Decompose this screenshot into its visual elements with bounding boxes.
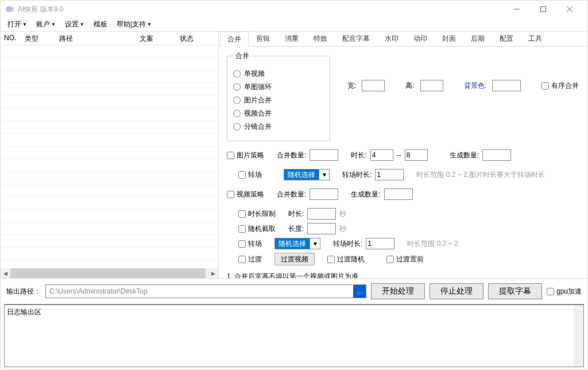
vid-transition-check[interactable]: 转场: [238, 239, 262, 249]
table-header: NO. 类型 路径 文案 状态: [1, 32, 218, 45]
tab-motion[interactable]: 动印: [406, 31, 435, 46]
chevron-down-icon: ▼: [80, 22, 84, 27]
scroll-right-icon[interactable]: ▶: [208, 268, 218, 278]
vid-trans-hint: 时长范围 0.2 ~ 2: [407, 239, 458, 249]
tab-cut[interactable]: 剪辑: [249, 31, 277, 46]
radio-single-video[interactable]: 单视频: [233, 69, 324, 79]
scroll-left-icon[interactable]: ◀: [1, 268, 10, 278]
output-path-input[interactable]: [46, 285, 353, 298]
dur-limit-input[interactable]: [307, 208, 336, 219]
col-status[interactable]: 状态: [176, 32, 211, 45]
trans-dur-label: 转场时长:: [342, 170, 372, 180]
img-transition-combo[interactable]: 随机选择 ▾: [284, 169, 330, 180]
tab-effect[interactable]: 特效: [306, 31, 335, 46]
svg-point-1: [8, 6, 14, 12]
img-trans-hint: 时长范围 0.2 ~ 2,图片时长要大于转场时长: [416, 170, 545, 180]
fade-front-check[interactable]: 过渡置前: [386, 255, 424, 264]
menu-template[interactable]: 模板: [89, 18, 112, 30]
img-dur-a-input[interactable]: [370, 149, 393, 161]
img-dur-b-input[interactable]: [405, 149, 428, 161]
duration-label: 时长:: [351, 151, 366, 160]
menu-open[interactable]: 打开▼: [3, 18, 32, 30]
col-copy[interactable]: 文案: [136, 32, 176, 45]
close-button[interactable]: [556, 1, 583, 18]
radio-single-img-loop[interactable]: 单图循环: [233, 82, 324, 92]
vid-transition-combo[interactable]: 随机选择 ▾: [274, 238, 320, 249]
right-pane: 合并 剪辑 消重 特效 配音字幕 水印 动印 封面 后期 配置 工具 合并 单视…: [219, 32, 587, 278]
file-table: NO. 类型 路径 文案 状态: [1, 32, 218, 268]
merge-group-legend: 合并: [233, 51, 252, 61]
start-button[interactable]: 开始处理: [371, 283, 425, 299]
merge-notes: 1. 合并后宽高不填以第一个视频或图片为准 2. 分镜合并最大合成数量计算方法:…: [227, 271, 579, 278]
width-label: 宽:: [347, 81, 356, 91]
img-merge-count-input[interactable]: [310, 149, 338, 161]
chevron-down-icon[interactable]: ▾: [319, 169, 329, 180]
tab-dedup[interactable]: 消重: [277, 31, 306, 46]
tab-tool[interactable]: 工具: [521, 31, 550, 46]
tab-bar: 合并 剪辑 消重 特效 配音字幕 水印 动印 封面 后期 配置 工具: [219, 32, 587, 47]
fade-check[interactable]: 过渡: [238, 255, 262, 264]
height-label: 高:: [405, 81, 414, 91]
rand-cut-len-input[interactable]: [307, 223, 336, 234]
minimize-button[interactable]: [504, 1, 530, 18]
merge-panel: 合并 单视频 单图循环 图片合并 视频合并 分镜合并 宽: 高: 背景色:: [219, 47, 587, 278]
menu-bar: 打开▼ 账户▼ 设置▼ 模板 帮助|支持▼: [1, 18, 587, 32]
left-pane: NO. 类型 路径 文案 状态 ◀ ▶: [1, 32, 219, 278]
chevron-down-icon: ▼: [51, 22, 56, 27]
tab-dub[interactable]: 配音字幕: [335, 31, 377, 46]
col-path[interactable]: 路径: [56, 32, 136, 45]
extract-sub-button[interactable]: 提取字幕: [488, 283, 542, 299]
chevron-down-icon: ▼: [22, 22, 27, 27]
scroll-thumb[interactable]: [10, 268, 206, 278]
window-title: AI快剪 版本9.0: [18, 5, 504, 14]
merge-type-group: 合并 单视频 单图循环 图片合并 视频合并 分镜合并: [227, 51, 330, 141]
radio-video-merge[interactable]: 视频合并: [233, 109, 324, 118]
gen-count-label: 生成数量:: [450, 151, 479, 160]
radio-img-merge[interactable]: 图片合并: [233, 95, 324, 105]
vid-gen-count-input[interactable]: [384, 188, 413, 200]
h-scrollbar[interactable]: ◀ ▶: [1, 268, 218, 278]
fade-random-check[interactable]: 过渡随机: [327, 255, 365, 264]
col-no[interactable]: NO.: [1, 32, 21, 45]
menu-help[interactable]: 帮助|支持▼: [112, 18, 156, 30]
tab-post[interactable]: 后期: [463, 31, 492, 46]
tab-merge[interactable]: 合并: [220, 32, 249, 47]
log-textarea[interactable]: [4, 305, 584, 367]
tab-cover[interactable]: 封面: [435, 31, 463, 46]
table-body[interactable]: [1, 45, 218, 268]
dur-limit-check[interactable]: 时长限制: [238, 209, 276, 219]
v-scrollbar[interactable]: [574, 305, 583, 367]
log-area: [4, 304, 584, 367]
vid-trans-dur-input[interactable]: [366, 238, 394, 249]
gpu-accel-check[interactable]: gpu加速: [547, 287, 582, 296]
bgcolor-link[interactable]: 背景色:: [464, 81, 486, 91]
height-input[interactable]: [420, 80, 443, 91]
rand-cut-check[interactable]: 随机截取: [238, 224, 276, 234]
output-path-label: 输出路径：: [6, 287, 41, 296]
tab-config[interactable]: 配置: [492, 31, 521, 46]
width-input[interactable]: [362, 80, 385, 91]
tab-watermark[interactable]: 水印: [377, 31, 406, 46]
vid-merge-count-input[interactable]: [310, 188, 338, 200]
bgcolor-input[interactable]: [492, 80, 521, 91]
ordered-merge-check[interactable]: 有序合并: [541, 81, 579, 91]
fade-video-button[interactable]: 过渡视频: [274, 253, 315, 265]
vid-strategy-check[interactable]: 视频策略: [227, 190, 264, 199]
output-bar: 输出路径： … 开始处理 停止处理 提取字幕 gpu加速: [1, 278, 587, 304]
stop-button[interactable]: 停止处理: [430, 283, 483, 299]
img-strategy-check[interactable]: 图片策略: [227, 151, 264, 160]
output-path-box: …: [45, 284, 366, 298]
maximize-button[interactable]: [530, 1, 556, 18]
img-trans-dur-input[interactable]: [375, 169, 404, 180]
svg-rect-3: [541, 7, 546, 12]
img-gen-count-input[interactable]: [482, 149, 511, 161]
main-split: NO. 类型 路径 文案 状态 ◀ ▶ 合并 剪辑 消重 特效: [1, 32, 587, 278]
img-transition-check[interactable]: 转场: [238, 170, 262, 180]
merge-count-label: 合并数量:: [277, 151, 306, 160]
browse-button[interactable]: …: [353, 285, 366, 298]
menu-account[interactable]: 账户▼: [32, 18, 60, 30]
radio-scene-merge[interactable]: 分镜合并: [233, 122, 324, 132]
col-type[interactable]: 类型: [21, 32, 56, 45]
chevron-down-icon[interactable]: ▾: [310, 238, 320, 249]
menu-settings[interactable]: 设置▼: [60, 18, 89, 30]
